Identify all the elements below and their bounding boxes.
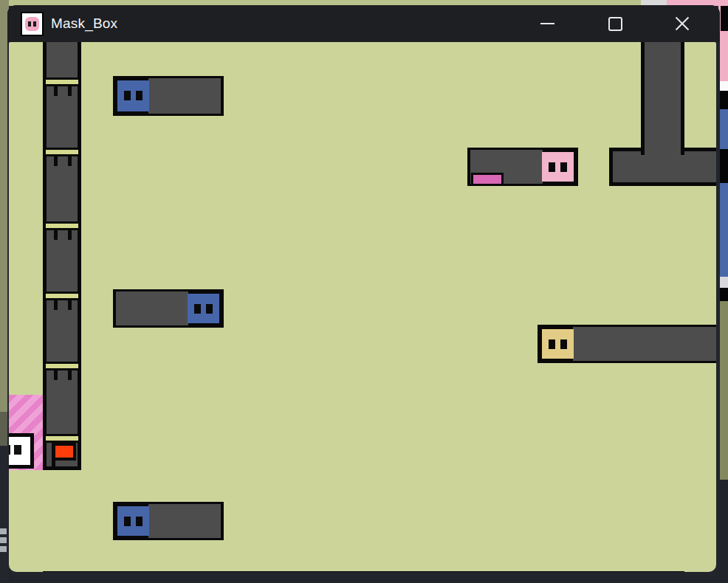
- character-face: [542, 329, 574, 359]
- crate-tick: [54, 230, 58, 240]
- character-face: [117, 506, 149, 536]
- crate-tick: [54, 300, 58, 310]
- crate-lid: [43, 362, 81, 370]
- pink-box-character[interactable]: [467, 148, 578, 186]
- character-eye: [14, 445, 21, 455]
- character-face: [542, 152, 574, 182]
- crate-lid: [43, 292, 81, 300]
- character-body: [148, 78, 221, 114]
- character-face: [188, 294, 219, 323]
- character-eye: [124, 517, 131, 526]
- crate-column[interactable]: [43, 42, 81, 470]
- desktop-right-black-box: [721, 6, 728, 31]
- pink-mask-face-icon: [25, 17, 39, 31]
- crate-lid: [43, 434, 81, 443]
- character-body: [573, 327, 716, 361]
- crate-tick: [54, 86, 58, 96]
- crate-lid: [43, 148, 81, 156]
- icon-eye: [33, 21, 36, 27]
- character-body: [148, 504, 221, 538]
- blue-box-middle-character[interactable]: [113, 289, 224, 328]
- crate-tick: [54, 156, 58, 166]
- crate-tick: [68, 300, 72, 310]
- character-body: [116, 292, 188, 325]
- maximize-button[interactable]: [598, 5, 632, 42]
- desktop-edge-bar: [0, 546, 7, 552]
- window-title: Mask_Box: [51, 15, 117, 32]
- app-icon: [21, 12, 44, 36]
- desktop-edge-bar: [0, 537, 7, 543]
- orange-box[interactable]: [52, 443, 76, 460]
- character-eye: [560, 162, 567, 172]
- t-structure-pillar[interactable]: [641, 42, 684, 155]
- crate-tick: [68, 156, 72, 166]
- desktop-edge-bar: [0, 528, 7, 534]
- character-eye: [560, 339, 567, 349]
- blue-box-top-character[interactable]: [113, 76, 224, 116]
- character-eye: [549, 162, 555, 172]
- crate-lid: [43, 77, 81, 86]
- character-eye: [136, 91, 142, 100]
- character-eye: [136, 517, 142, 526]
- character-eye: [206, 304, 213, 314]
- tan-box-character[interactable]: [538, 325, 716, 363]
- character-eye: [549, 339, 555, 349]
- blue-box-bottom-character[interactable]: [113, 502, 224, 540]
- character-face: [117, 80, 149, 111]
- character-eye: [124, 91, 131, 100]
- maximize-icon: [608, 17, 622, 31]
- crate-tick: [68, 230, 72, 240]
- crate-tick: [54, 370, 58, 380]
- icon-eye: [28, 21, 31, 27]
- crate-tick: [68, 86, 72, 96]
- crate-lid: [43, 221, 81, 230]
- crate-tick: [68, 370, 72, 380]
- close-icon: [674, 15, 690, 32]
- close-button[interactable]: [665, 5, 699, 42]
- floor-line: [43, 571, 684, 572]
- magenta-blob: [471, 173, 504, 184]
- game-window: Mask_Box: [7, 5, 720, 578]
- white-character[interactable]: [9, 433, 34, 469]
- game-area[interactable]: [9, 42, 716, 572]
- character-eye: [9, 445, 10, 455]
- minimize-icon: [540, 23, 554, 24]
- character-eye: [194, 304, 201, 314]
- minimize-button[interactable]: [530, 5, 564, 42]
